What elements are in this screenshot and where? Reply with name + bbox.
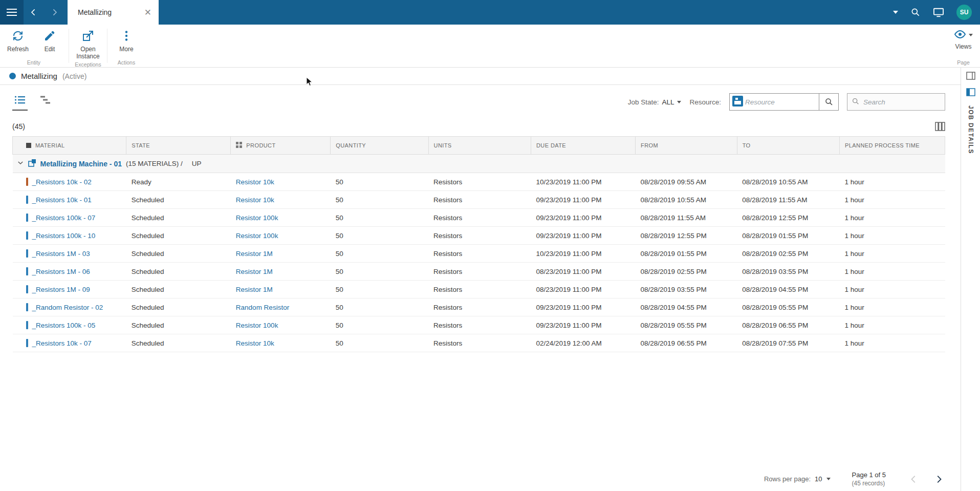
column-header-from[interactable]: FROM <box>636 137 737 155</box>
hamburger-menu-icon[interactable] <box>0 0 24 25</box>
resource-group-materials-info: (15 MATERIALS) / <box>126 160 183 167</box>
table-row[interactable]: _Resistors 1M - 09ScheduledResistor 1M50… <box>13 281 945 298</box>
to-cell: 08/28/2019 01:55 PM <box>737 227 839 245</box>
previous-page-icon[interactable] <box>907 473 921 486</box>
table-row[interactable]: _Resistors 1M - 03ScheduledResistor 1M50… <box>13 245 945 263</box>
material-link[interactable]: _Resistors 1M - 09 <box>32 286 90 293</box>
job-details-tab[interactable]: JOB DETAILS <box>967 105 974 154</box>
open-instance-icon <box>82 30 94 44</box>
next-page-icon[interactable] <box>932 473 945 486</box>
table-row[interactable]: _Resistors 10k - 02ReadyResistor 10k50Re… <box>13 173 945 191</box>
from-cell: 08/28/2019 10:55 AM <box>636 191 737 209</box>
product-link[interactable]: Resistor 1M <box>236 268 273 275</box>
refresh-icon <box>12 30 24 44</box>
state-cell: Scheduled <box>126 334 231 352</box>
rows-per-page-selector[interactable]: Rows per page: 10 <box>764 475 831 483</box>
table-row[interactable]: _Resistors 10k - 01ScheduledResistor 10k… <box>13 191 945 209</box>
resource-group-icon <box>28 159 36 168</box>
search-icon <box>852 97 860 107</box>
forward-icon[interactable] <box>44 0 64 25</box>
tab-close-icon[interactable]: ✕ <box>144 8 151 17</box>
material-link[interactable]: _Random Resistor - 02 <box>32 304 103 311</box>
top-bar: Metallizing ✕ SU <box>0 0 980 25</box>
product-link[interactable]: Resistor 1M <box>236 250 273 258</box>
planned-time-cell: 1 hour <box>840 191 945 209</box>
ribbon-divider <box>107 29 107 63</box>
table-row[interactable]: _Resistors 100k - 10ScheduledResistor 10… <box>13 227 945 245</box>
search-input[interactable] <box>863 98 941 106</box>
views-button[interactable]: Views <box>954 28 973 50</box>
product-link[interactable]: Resistor 1M <box>236 286 273 293</box>
ribbon-toolbar: Refresh Edit Entity <box>0 25 980 68</box>
monitor-icon[interactable] <box>933 7 944 17</box>
product-link[interactable]: Resistor 100k <box>236 232 278 240</box>
material-link[interactable]: _Resistors 100k - 05 <box>32 322 96 329</box>
resource-input[interactable] <box>743 98 819 106</box>
material-link[interactable]: _Resistors 10k - 01 <box>32 196 92 204</box>
from-cell: 08/28/2019 03:55 PM <box>636 281 737 298</box>
column-header-material[interactable]: MATERIAL <box>13 137 126 155</box>
expand-panel-icon[interactable] <box>966 88 975 96</box>
job-state-filter[interactable]: Job State: ALL <box>628 98 682 106</box>
back-icon[interactable] <box>24 0 44 25</box>
page-info: Page 1 of 5 <box>852 471 886 479</box>
panel-layout-icon[interactable] <box>966 72 975 80</box>
quantity-cell: 50 <box>331 245 428 263</box>
refresh-label: Refresh <box>7 46 29 53</box>
material-link[interactable]: _Resistors 1M - 06 <box>32 268 90 275</box>
collapse-chevron-icon[interactable] <box>17 159 24 168</box>
column-chooser-icon[interactable] <box>935 122 945 131</box>
ribbon-group-label-actions: Actions <box>111 58 142 66</box>
product-link[interactable]: Resistor 100k <box>236 322 278 329</box>
topbar-search-icon[interactable] <box>910 7 921 17</box>
resource-group-link[interactable]: Metallizing Machine - 01 <box>40 160 122 168</box>
material-link[interactable]: _Resistors 100k - 07 <box>32 214 96 222</box>
more-button[interactable]: More <box>111 28 142 58</box>
table-row[interactable]: _Resistors 1M - 06ScheduledResistor 1M50… <box>13 263 945 281</box>
quantity-cell: 50 <box>331 173 428 191</box>
user-avatar[interactable]: SU <box>956 5 972 20</box>
resource-icon <box>732 96 743 108</box>
to-cell: 08/28/2019 11:55 AM <box>737 191 839 209</box>
product-link[interactable]: Resistor 10k <box>236 339 274 347</box>
resource-search-button[interactable] <box>819 94 838 110</box>
material-link[interactable]: _Resistors 10k - 02 <box>32 178 92 186</box>
units-cell: Resistors <box>428 191 531 209</box>
due-date-cell: 08/23/2019 11:00 PM <box>531 281 636 298</box>
column-header-planned-process-time[interactable]: PLANNED PROCESS TIME <box>840 137 945 155</box>
table-row[interactable]: _Resistors 100k - 05ScheduledResistor 10… <box>13 316 945 334</box>
due-date-cell: 02/24/2019 12:00 AM <box>531 334 636 352</box>
material-link[interactable]: _Resistors 100k - 10 <box>32 232 96 240</box>
column-header-due-date[interactable]: DUE DATE <box>531 137 636 155</box>
resource-filter-label: Resource: <box>689 98 721 106</box>
column-header-units[interactable]: UNITS <box>428 137 531 155</box>
list-view-toggle[interactable] <box>12 93 28 111</box>
product-link[interactable]: Resistor 10k <box>236 178 274 186</box>
material-link[interactable]: _Resistors 10k - 07 <box>32 339 92 347</box>
product-link[interactable]: Resistor 10k <box>236 196 274 204</box>
state-cell: Scheduled <box>126 191 231 209</box>
to-cell: 08/28/2019 12:55 PM <box>737 209 839 227</box>
open-instance-button[interactable]: Open Instance <box>72 28 104 60</box>
table-row[interactable]: _Random Resistor - 02ScheduledRandom Res… <box>13 298 945 316</box>
table-row[interactable]: _Resistors 10k - 07ScheduledResistor 10k… <box>13 334 945 352</box>
edit-button[interactable]: Edit <box>34 28 66 58</box>
table-row[interactable]: _Resistors 100k - 07ScheduledResistor 10… <box>13 209 945 227</box>
column-header-product[interactable]: PRODUCT <box>231 137 331 155</box>
state-cell: Scheduled <box>126 298 231 316</box>
tab-metallizing[interactable]: Metallizing ✕ <box>68 0 159 25</box>
resource-group-row[interactable]: Metallizing Machine - 01 (15 MATERIALS) … <box>13 155 945 173</box>
product-link[interactable]: Random Resistor <box>236 304 289 311</box>
planned-time-cell: 1 hour <box>840 209 945 227</box>
refresh-button[interactable]: Refresh <box>2 28 34 58</box>
column-header-to[interactable]: TO <box>737 137 839 155</box>
material-link[interactable]: _Resistors 1M - 03 <box>32 250 90 258</box>
state-accent-bar <box>26 214 28 222</box>
topbar-dropdown-icon[interactable] <box>893 11 898 14</box>
state-cell: Scheduled <box>126 316 231 334</box>
column-header-state[interactable]: STATE <box>126 137 231 155</box>
schedule-view-toggle[interactable] <box>38 93 53 111</box>
state-accent-bar <box>26 249 28 258</box>
product-link[interactable]: Resistor 100k <box>236 214 278 222</box>
column-header-quantity[interactable]: QUANTITY <box>331 137 428 155</box>
